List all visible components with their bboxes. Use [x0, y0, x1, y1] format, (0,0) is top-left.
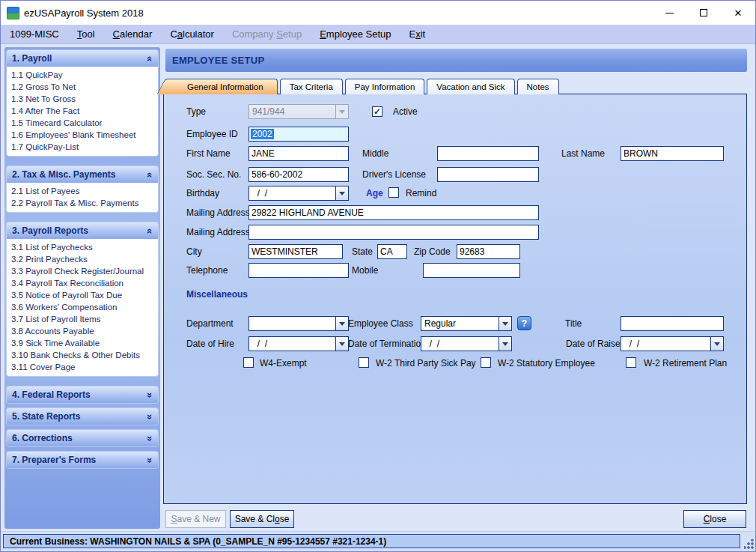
dropdown-arrow-icon[interactable]: [499, 317, 511, 330]
type-combobox: 941/944: [249, 104, 349, 119]
minimize-button[interactable]: [652, 1, 686, 25]
dropdown-arrow-icon[interactable]: [335, 337, 348, 351]
date-of-raise-datepicker[interactable]: / /: [621, 336, 724, 351]
telephone-field[interactable]: [249, 263, 349, 278]
department-combobox[interactable]: [249, 316, 349, 331]
sidebar-header-state-reports[interactable]: 5. State Reports »: [7, 408, 158, 425]
resize-grip[interactable]: [744, 539, 754, 549]
help-button[interactable]: ?: [517, 316, 531, 330]
w2-retirement-plan-checkbox[interactable]: [626, 357, 636, 368]
window-controls: ✕: [652, 1, 755, 25]
section-title: 4. Federal Reports: [12, 389, 91, 400]
sidebar-item-timecard-calculator[interactable]: 1.5 Timecard Calculator: [7, 117, 158, 129]
active-checkbox[interactable]: ✓: [372, 106, 382, 117]
w2-third-party-sick-pay-checkbox[interactable]: [359, 357, 369, 368]
expand-icon[interactable]: »: [144, 435, 156, 440]
drivers-license-field[interactable]: [437, 167, 539, 182]
middle-field[interactable]: [437, 146, 539, 161]
selected-text: 2002: [251, 129, 274, 139]
title-field[interactable]: [621, 316, 724, 331]
mobile-field[interactable]: [423, 263, 520, 278]
w4-exempt-checkbox[interactable]: [243, 357, 254, 368]
tab-vacation-and-sick[interactable]: Vacation and Sick: [427, 79, 514, 94]
section-title: 1. Payroll: [12, 53, 52, 64]
city-field[interactable]: [249, 244, 343, 259]
mailing-address-1-label: Mailing Address 1: [186, 207, 257, 218]
expand-icon[interactable]: »: [144, 457, 156, 462]
sidebar-header-federal-reports[interactable]: 4. Federal Reports »: [7, 386, 158, 403]
sidebar-header-preparers-forms[interactable]: 7. Preparer's Forms »: [7, 452, 158, 468]
menu-employee-setup[interactable]: Employee Setup: [311, 25, 400, 43]
collapse-icon[interactable]: «: [144, 55, 156, 61]
sidebar-header-payroll[interactable]: 1. Payroll «: [7, 50, 158, 67]
dropdown-arrow-icon[interactable]: [710, 337, 723, 351]
employee-id-field[interactable]: 2002: [249, 127, 349, 142]
section-title: 6. Corrections: [12, 433, 73, 443]
help-icon: ?: [522, 318, 527, 329]
menu-calendar[interactable]: Calendar: [104, 25, 162, 43]
w2-statutory-employee-label: W-2 Statutory Employee: [498, 358, 595, 368]
w2-statutory-employee-checkbox[interactable]: [481, 357, 491, 368]
dropdown-arrow-icon[interactable]: [499, 337, 511, 351]
sidebar-item-tax-reconciliation[interactable]: 3.4 Payroll Tax Reconciliation: [7, 277, 158, 289]
tab-notes[interactable]: Notes: [517, 79, 559, 94]
sidebar-item-workers-compensation[interactable]: 3.6 Workers' Compensation: [7, 301, 158, 313]
last-name-field[interactable]: [621, 146, 724, 161]
close-form-button[interactable]: Close: [683, 510, 746, 528]
sidebar-item-bank-checks-debits[interactable]: 3.10 Bank Checks & Other Debits: [7, 349, 158, 361]
sidebar-item-quickpay-list[interactable]: 1.7 QuickPay-List: [7, 141, 158, 153]
collapse-icon[interactable]: «: [144, 228, 156, 233]
sidebar-item-list-payroll-items[interactable]: 3.7 List of Payroll Items: [7, 313, 158, 325]
sidebar-header-tax-misc[interactable]: 2. Tax & Misc. Payments «: [7, 166, 158, 183]
maximize-button[interactable]: [686, 1, 721, 25]
mailing-address-1-field[interactable]: [249, 205, 539, 220]
dropdown-arrow-icon[interactable]: [335, 317, 348, 330]
minimize-icon: [665, 13, 674, 13]
sidebar-item-sick-time-available[interactable]: 3.9 Sick Time Available: [7, 337, 158, 349]
age-label: Age: [366, 188, 383, 198]
sidebar-item-list-of-paychecks[interactable]: 3.1 List of Paychecks: [7, 241, 158, 253]
ssn-field[interactable]: [249, 167, 349, 182]
sidebar-item-after-the-fact[interactable]: 1.4 After The Fact: [7, 105, 158, 117]
first-name-field[interactable]: [249, 146, 349, 161]
menu-calculator[interactable]: Calculator: [161, 25, 223, 43]
close-button[interactable]: ✕: [721, 1, 755, 25]
sidebar-item-net-to-gross[interactable]: 1.3 Net To Gross: [7, 93, 158, 105]
expand-icon[interactable]: »: [144, 413, 156, 419]
sidebar-item-list-of-payees[interactable]: 2.1 List of Payees: [7, 185, 158, 197]
menu-exit[interactable]: Exit: [400, 25, 435, 43]
date-of-hire-datepicker[interactable]: / /: [249, 336, 349, 351]
tab-pay-information[interactable]: Pay Information: [345, 79, 425, 94]
tab-general-information[interactable]: General Information: [167, 79, 278, 94]
sidebar-section-payroll: 1. Payroll « 1.1 QuickPay 1.2 Gross To N…: [7, 50, 158, 156]
sidebar-item-check-register[interactable]: 3.3 Payroll Check Register/Journal: [7, 265, 158, 277]
check-icon: ✓: [374, 107, 381, 116]
date-of-termination-datepicker[interactable]: / /: [421, 336, 512, 351]
menu-company-setup: Company Setup: [223, 25, 311, 43]
sidebar-item-accounts-payable[interactable]: 3.8 Accounts Payable: [7, 325, 158, 337]
dropdown-arrow-icon[interactable]: [335, 186, 348, 200]
expand-icon[interactable]: »: [144, 392, 156, 397]
save-and-close-button[interactable]: Save & Close: [230, 510, 294, 528]
sidebar-item-payroll-tax-payments[interactable]: 2.2 Payroll Tax & Misc. Payments: [7, 197, 158, 209]
sidebar-item-gross-to-net[interactable]: 1.2 Gross To Net: [7, 81, 158, 93]
sidebar-item-blank-timesheet[interactable]: 1.6 Employees' Blank Timesheet: [7, 129, 158, 141]
sidebar-item-print-paychecks[interactable]: 3.2 Print Paychecks: [7, 253, 158, 265]
sidebar-item-quickpay[interactable]: 1.1 QuickPay: [7, 69, 158, 81]
sidebar-item-notice-tax-due[interactable]: 3.5 Notice of Payroll Tax Due: [7, 289, 158, 301]
tab-tax-criteria[interactable]: Tax Criteria: [280, 79, 343, 94]
remind-checkbox[interactable]: [388, 187, 399, 198]
employee-class-combobox[interactable]: Regular: [421, 316, 512, 331]
menu-tool[interactable]: Tool: [68, 25, 104, 43]
sidebar-header-corrections[interactable]: 6. Corrections »: [7, 430, 158, 446]
w2-retirement-plan-label: W-2 Retirement Plan: [644, 358, 727, 368]
state-field[interactable]: [377, 244, 407, 259]
menu-1099-misc[interactable]: 1099-MISC: [1, 25, 68, 43]
birthday-datepicker[interactable]: / /: [249, 186, 349, 201]
first-name-label: First Name: [186, 148, 231, 159]
collapse-icon[interactable]: «: [144, 172, 156, 177]
zip-code-field[interactable]: [457, 244, 520, 259]
sidebar-item-cover-page[interactable]: 3.11 Cover Page: [7, 361, 158, 373]
sidebar-header-payroll-reports[interactable]: 3. Payroll Reports «: [7, 222, 158, 239]
mailing-address-2-field[interactable]: [249, 225, 539, 240]
